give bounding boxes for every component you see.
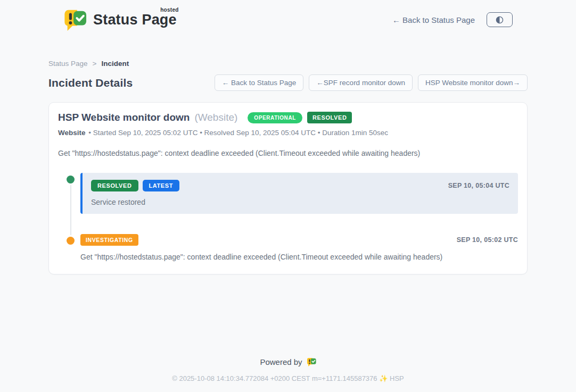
breadcrumb-separator: > xyxy=(93,60,97,68)
half-moon-contrast-icon xyxy=(495,15,504,24)
incident-meta-details: • Started Sep 10, 2025 05:02 UTC • Resol… xyxy=(88,129,388,137)
timeline-message: Get "https://hostedstatus.page": context… xyxy=(80,253,518,261)
copyright-text: © 2025-10-08 14:10:34.772084 +0200 CEST … xyxy=(0,374,576,382)
powered-by-label: Powered by xyxy=(260,357,302,366)
title-row: Incident Details ← Back to Status Page ←… xyxy=(48,74,528,91)
timeline-resolved-badge: RESOLVED xyxy=(91,180,138,191)
timeline-message: Service restored xyxy=(91,198,509,206)
operational-status-badge: OPERATIONAL xyxy=(248,112,302,123)
incident-title-row: HSP Website monitor down (Website) OPERA… xyxy=(58,112,518,123)
resolved-status-badge: RESOLVED xyxy=(307,112,352,123)
status-page-logo-icon-small xyxy=(307,357,316,367)
next-incident-button[interactable]: HSP Website monitor down→ xyxy=(418,74,528,91)
timeline-investigating-badge: INVESTIGATING xyxy=(80,234,138,246)
header-back-link[interactable]: ← Back to Status Page xyxy=(392,15,475,24)
footer: Powered by © 2025-10-08 14:10:34.772084 … xyxy=(0,357,576,392)
header: Status Page hosted ← Back to Status Page xyxy=(48,0,528,32)
timeline-item-investigating: INVESTIGATING SEP 10, 05:02 UTC Get "htt… xyxy=(58,234,518,261)
incident-timeline: RESOLVED LATEST SEP 10, 05:04 UTC Servic… xyxy=(58,173,518,261)
incident-description: Get "https://hostedstatus.page": context… xyxy=(58,149,518,157)
incident-card: HSP Website monitor down (Website) OPERA… xyxy=(48,102,528,274)
timeline-item-resolved: RESOLVED LATEST SEP 10, 05:04 UTC Servic… xyxy=(58,173,518,214)
timeline-latest-panel: RESOLVED LATEST SEP 10, 05:04 UTC Servic… xyxy=(80,173,518,214)
breadcrumb-status-page[interactable]: Status Page xyxy=(48,60,88,68)
timeline-marker xyxy=(58,234,80,261)
brand-superscript: hosted xyxy=(160,7,179,13)
timeline-dot-green xyxy=(67,176,75,184)
back-to-status-page-button[interactable]: ← Back to Status Page xyxy=(215,74,304,91)
incident-meta: Website • Started Sep 10, 2025 05:02 UTC… xyxy=(58,129,518,137)
incident-meta-component: Website xyxy=(58,129,86,137)
prev-incident-button[interactable]: ←SPF record monitor down xyxy=(309,74,413,91)
incident-component: (Website) xyxy=(194,112,237,123)
incident-title: HSP Website monitor down xyxy=(58,112,190,123)
brand-logo-link[interactable]: Status Page hosted xyxy=(63,7,177,32)
brand-name: Status Page hosted xyxy=(93,12,177,28)
timeline-timestamp: SEP 10, 05:04 UTC xyxy=(448,182,509,189)
header-right: ← Back to Status Page xyxy=(392,12,513,27)
timeline-latest-badge: LATEST xyxy=(143,180,180,191)
timeline-timestamp: SEP 10, 05:02 UTC xyxy=(457,236,518,244)
page-title: Incident Details xyxy=(48,77,133,89)
theme-toggle-button[interactable] xyxy=(487,12,513,27)
breadcrumb-incident: Incident xyxy=(101,60,129,68)
status-page-logo-icon xyxy=(63,7,87,32)
timeline-dot-orange xyxy=(67,237,75,245)
incident-nav-buttons: ← Back to Status Page ←SPF record monito… xyxy=(215,74,528,91)
timeline-marker xyxy=(58,173,80,214)
breadcrumb: Status Page > Incident xyxy=(48,60,528,68)
powered-by-link[interactable]: Powered by xyxy=(260,357,316,367)
